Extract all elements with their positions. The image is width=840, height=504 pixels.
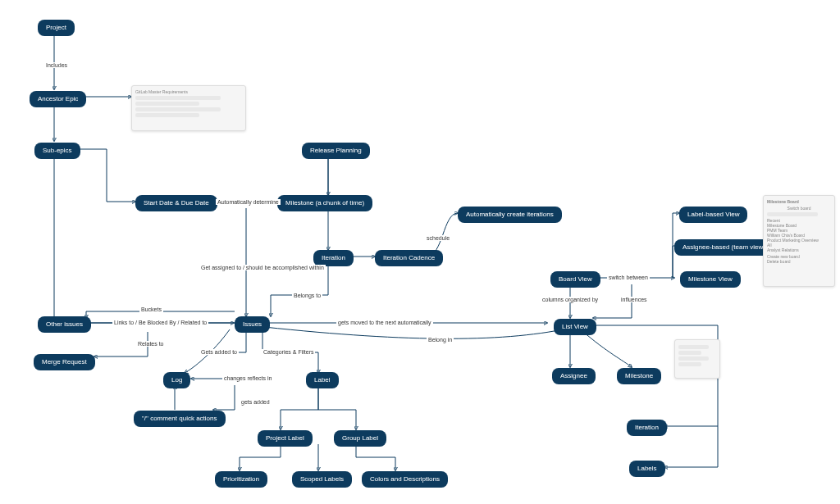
node-iteration-right[interactable]: Iteration xyxy=(627,420,667,436)
thumb-board-preview xyxy=(674,339,720,379)
node-milestone[interactable]: Milestone xyxy=(617,368,661,384)
node-prioritization[interactable]: Prioritization xyxy=(215,471,267,488)
edge-label-auto-determine: Automatically determine xyxy=(216,199,281,205)
edge-label-gets-added2: gets added xyxy=(240,399,272,405)
node-iteration[interactable]: Iteration xyxy=(313,250,354,266)
node-scoped-labels[interactable]: Scoped Labels xyxy=(292,471,352,488)
node-list-view[interactable]: List View xyxy=(554,319,596,335)
node-project-label[interactable]: Project Label xyxy=(258,430,313,447)
edge-label-changes-reflects: changes reflects in xyxy=(222,375,273,381)
edge-label-switch-between: switch between xyxy=(607,275,650,280)
node-milestone-chunk[interactable]: Milestone (a chunk of time) xyxy=(277,195,372,211)
edge-label-includes: Includes xyxy=(44,62,69,68)
node-label-based-view[interactable]: Label-based View xyxy=(679,207,747,223)
edge-label-cat-filters: Categories & Filters xyxy=(262,349,315,355)
edge-label-influences: influences xyxy=(619,297,649,302)
edge-label-links-related: Links to / Be Blocked By / Related to xyxy=(112,320,208,325)
node-group-label[interactable]: Group Label xyxy=(334,430,386,447)
node-sub-epics[interactable]: Sub-epics xyxy=(34,143,80,159)
node-release-planning[interactable]: Release Planning xyxy=(302,143,370,159)
edge-label-belong-in: Belong in xyxy=(427,337,454,343)
node-board-view[interactable]: Board View xyxy=(550,271,600,288)
edge-label-moved-next: gets moved to the next automatically xyxy=(336,320,433,325)
edge-label-columns-org: columns organized by xyxy=(541,297,600,302)
edge-label-assigned-within: Get assigned to / should be accomplished… xyxy=(199,265,326,270)
edge-label-gets-added: Gets added to xyxy=(199,349,239,355)
node-assignee[interactable]: Assignee xyxy=(552,368,596,384)
node-labels-right[interactable]: Labels xyxy=(629,461,665,477)
node-project[interactable]: Project xyxy=(38,20,75,36)
node-quick-actions[interactable]: "/" comment quick actions xyxy=(134,411,226,427)
edge-label-relates: Relates to xyxy=(136,341,166,347)
node-ancestor-epic[interactable]: Ancestor Epic xyxy=(30,91,86,107)
edge-label-buckets: Buckets xyxy=(139,306,163,312)
node-auto-create-iterations[interactable]: Automatically create iterations xyxy=(458,207,562,223)
diagram-canvas: { "nodes": { "project": "Project", "ance… xyxy=(0,0,840,504)
node-colors-descriptions[interactable]: Colors and Descriptions xyxy=(362,471,448,488)
thumb-board-switcher: Milestone Board Switch board Recent Mile… xyxy=(763,195,835,287)
thumb-switcher-switch-label: Switch board xyxy=(767,206,831,211)
thumb-epic-title: GitLab Master Requirements xyxy=(135,89,242,94)
node-label[interactable]: Label xyxy=(306,372,339,388)
thumb-switcher-action: Delete board xyxy=(767,259,831,264)
node-issues[interactable]: Issues xyxy=(235,316,270,333)
thumb-switcher-item: Analyst Relations xyxy=(767,247,831,252)
node-merge-request[interactable]: Merge Request xyxy=(34,354,95,370)
node-assignee-based-view[interactable]: Assignee-based (team view) xyxy=(674,239,774,256)
node-other-issues[interactable]: Other issues xyxy=(38,316,91,333)
node-milestone-view[interactable]: Milestone View xyxy=(680,271,741,288)
thumb-epic-panel: GitLab Master Requirements xyxy=(131,85,246,131)
edge-label-schedule: schedule xyxy=(425,235,451,241)
thumb-switcher-title: Milestone Board xyxy=(767,199,831,204)
node-start-due-date[interactable]: Start Date & Due Date xyxy=(135,195,217,211)
node-iteration-cadence[interactable]: Iteration Cadence xyxy=(375,250,443,266)
node-log[interactable]: Log xyxy=(163,372,190,388)
edge-label-belongs-to: Belongs to xyxy=(292,293,322,298)
